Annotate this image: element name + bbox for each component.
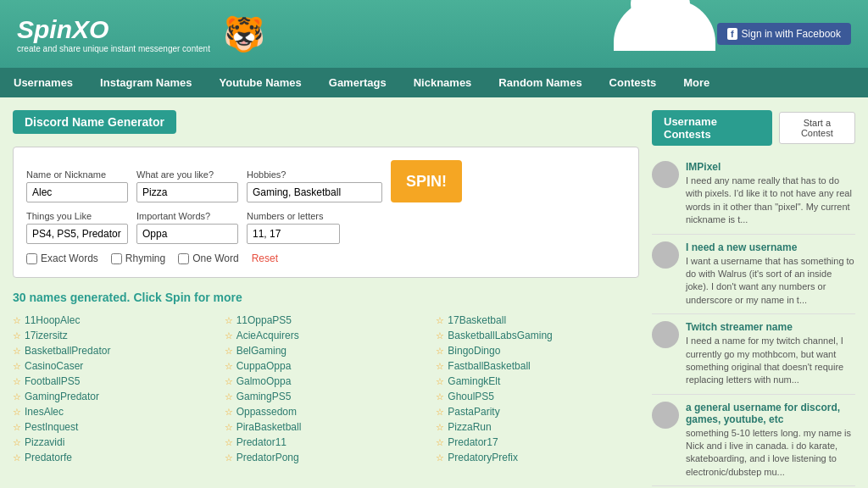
star-icon: ☆ — [225, 361, 233, 372]
name-text: Predator11 — [236, 436, 287, 448]
list-item: ☆BelGaming — [225, 343, 428, 358]
name-text: PestInquest — [25, 421, 78, 433]
tiger-mascot: 🐯 — [223, 14, 265, 54]
name-text: CasinoCaser — [25, 360, 83, 372]
generator-title: Discord Name Generator — [13, 110, 176, 134]
nav-contests[interactable]: Contests — [596, 68, 670, 97]
name-text: 17Basketball — [448, 314, 506, 326]
facebook-signin-button[interactable]: f Sign in with Facebook — [717, 23, 851, 45]
nav-more[interactable]: More — [670, 68, 723, 97]
star-icon: ☆ — [436, 391, 444, 402]
list-item: ☆PestInquest — [13, 419, 216, 435]
rhyming-checkbox-label[interactable]: Rhyming — [111, 252, 165, 264]
one-word-checkbox-label[interactable]: One Word — [178, 252, 238, 264]
results-header: 30 names generated. Click Spin for more — [13, 291, 639, 304]
list-item: ☆11OppaPS5 — [225, 313, 428, 328]
contest-title[interactable]: Twitch streamer name — [686, 321, 855, 333]
list-item: ☆CuppaOppa — [225, 358, 428, 374]
list-item: ☆PredatorPong — [225, 450, 428, 465]
nav-usernames[interactable]: Usernames — [0, 68, 86, 97]
nav-gamertags[interactable]: Gamertags — [315, 68, 400, 97]
main-nav: Usernames Instagram Names Youtube Names … — [0, 68, 868, 97]
name-text: PredatoryPrefix — [448, 452, 518, 463]
contest-title[interactable]: a general username for discord, games, y… — [686, 402, 855, 425]
name-text: CuppaOppa — [236, 360, 292, 372]
avatar — [652, 161, 679, 188]
form-row-1: Name or Nickname What are you like? Hobb… — [26, 160, 626, 202]
contest-title[interactable]: IMPixel — [686, 161, 855, 173]
star-icon: ☆ — [225, 376, 233, 387]
one-word-label: One Word — [192, 252, 238, 264]
like-input[interactable] — [136, 182, 238, 202]
brand-name: SpinXO — [17, 15, 210, 44]
names-col-1: ☆11HoopAlec ☆17izersitz ☆BasketballPreda… — [13, 313, 216, 465]
contest-item: Twitch streamer name I need a name for m… — [652, 314, 855, 395]
star-icon: ☆ — [225, 452, 233, 463]
name-text: Predatorfe — [25, 452, 72, 463]
spin-button[interactable]: SPIN! — [391, 160, 462, 202]
star-icon: ☆ — [13, 330, 21, 341]
list-item: ☆11HoopAlec — [13, 313, 216, 328]
fb-signin-label: Sign in with Facebook — [742, 28, 841, 40]
numbers-label: Numbers or letters — [247, 211, 340, 221]
main-container: Discord Name Generator Name or Nickname … — [0, 97, 868, 488]
name-text: GalmoOppa — [236, 375, 292, 387]
nav-nicknames[interactable]: Nicknames — [400, 68, 486, 97]
list-item: ☆FootballPS5 — [13, 374, 216, 389]
star-icon: ☆ — [225, 330, 233, 341]
nav-random-names[interactable]: Random Names — [485, 68, 595, 97]
contest-title[interactable]: I need a new username — [686, 241, 855, 253]
nav-youtube-names[interactable]: Youtube Names — [206, 68, 315, 97]
avatar — [652, 321, 679, 348]
start-contest-button[interactable]: Start a Contest — [779, 112, 855, 144]
star-icon: ☆ — [436, 376, 444, 387]
facebook-icon: f — [727, 28, 737, 40]
name-text: PizzaRun — [448, 421, 491, 433]
list-item: ☆PiraBasketball — [225, 419, 428, 435]
avatar — [652, 241, 679, 269]
logo-area: SpinXO create and share unique instant m… — [17, 14, 265, 54]
words-input[interactable] — [136, 224, 238, 244]
hobbies-input[interactable] — [247, 182, 382, 202]
star-icon: ☆ — [436, 315, 444, 326]
name-input[interactable] — [26, 182, 128, 202]
name-field-group: Name or Nickname — [26, 169, 128, 202]
list-item: ☆AcieAcquirers — [225, 328, 428, 343]
list-item: ☆17izersitz — [13, 328, 216, 343]
contest-text: I want a username that has something to … — [686, 255, 855, 308]
contest-content: IMPixel I need any name really that has … — [686, 161, 855, 227]
rhyming-checkbox[interactable] — [111, 253, 122, 264]
hobbies-field-group: Hobbies? — [247, 169, 382, 202]
contest-text: I need any name really that has to do wi… — [686, 175, 855, 227]
exact-words-label: Exact Words — [41, 252, 98, 264]
name-text: BingoDingo — [448, 345, 500, 357]
star-icon: ☆ — [436, 437, 444, 448]
list-item: ☆BingoDingo — [436, 343, 639, 358]
numbers-input[interactable] — [247, 224, 340, 244]
name-text: 11HoopAlec — [25, 314, 80, 326]
list-item: ☆GamingPS5 — [225, 389, 428, 404]
exact-words-checkbox[interactable] — [26, 253, 37, 264]
star-icon: ☆ — [13, 437, 21, 448]
contest-text: I need a name for my twitch channel, I c… — [686, 335, 855, 387]
generator-form: Name or Nickname What are you like? Hobb… — [13, 147, 639, 278]
list-item: ☆Oppassedom — [225, 404, 428, 419]
nav-instagram-names[interactable]: Instagram Names — [86, 68, 205, 97]
like-label: What are you like? — [136, 169, 238, 180]
name-text: 17izersitz — [25, 330, 68, 341]
name-text: GamingPS5 — [236, 391, 292, 402]
star-icon: ☆ — [225, 391, 233, 402]
exact-words-checkbox-label[interactable]: Exact Words — [26, 252, 98, 264]
words-label: Important Words? — [136, 211, 238, 221]
reset-link[interactable]: Reset — [252, 252, 278, 264]
star-icon: ☆ — [436, 330, 444, 341]
list-item: ☆17Basketball — [436, 313, 639, 328]
contest-item: a general username for discord, games, y… — [652, 395, 855, 487]
list-item: ☆Predator17 — [436, 435, 639, 450]
one-word-checkbox[interactable] — [178, 253, 189, 264]
star-icon: ☆ — [13, 376, 21, 387]
things-input[interactable] — [26, 224, 128, 244]
star-icon: ☆ — [436, 407, 444, 418]
star-icon: ☆ — [436, 361, 444, 372]
contest-item: IMPixel I need any name really that has … — [652, 154, 855, 235]
